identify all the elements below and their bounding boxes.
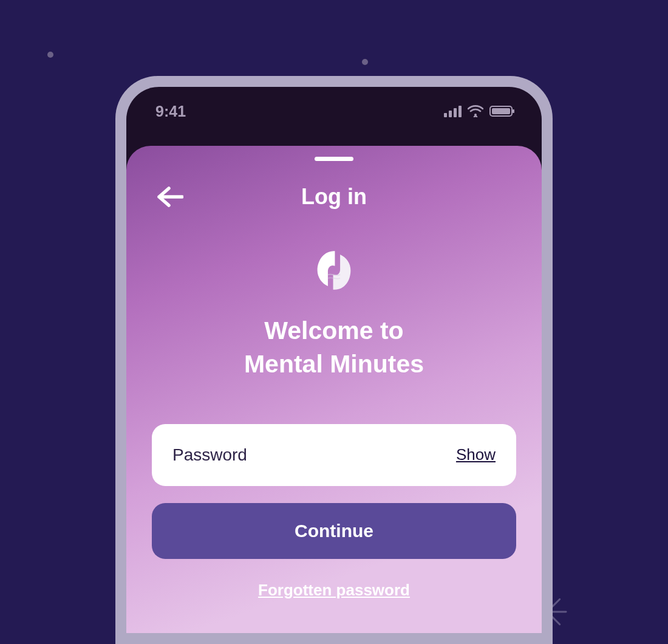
svg-line-6 (551, 599, 559, 607)
wifi-icon (468, 105, 483, 117)
background-dot (362, 59, 368, 65)
page-title: Log in (301, 184, 367, 210)
forgotten-password-link[interactable]: Forgotten password (152, 581, 516, 600)
phone-screen: 9:41 Log in (126, 87, 542, 633)
app-logo-icon (312, 248, 356, 292)
show-password-button[interactable]: Show (456, 445, 496, 464)
status-time: 9:41 (155, 103, 186, 120)
welcome-heading: Welcome to Mental Minutes (244, 314, 424, 382)
arrow-left-icon (157, 186, 183, 208)
login-sheet: Log in Welcome to Mental Minutes Show Co… (126, 146, 542, 633)
welcome-line-2: Mental Minutes (244, 350, 424, 378)
password-field-container: Show (152, 424, 516, 486)
sheet-grabber[interactable] (315, 157, 353, 161)
status-indicators (444, 105, 513, 117)
svg-line-5 (551, 616, 559, 624)
background-dot (47, 52, 53, 58)
sheet-header: Log in (126, 184, 542, 210)
continue-button[interactable]: Continue (152, 503, 516, 559)
battery-icon (489, 106, 513, 117)
login-form: Show Continue Forgotten password (126, 424, 542, 600)
welcome-line-1: Welcome to (264, 317, 403, 344)
status-bar: 9:41 (126, 87, 542, 135)
password-input[interactable] (172, 445, 448, 465)
phone-frame: 9:41 Log in (115, 76, 553, 644)
cellular-icon (444, 106, 462, 117)
svg-point-8 (474, 114, 477, 116)
back-button[interactable] (154, 181, 186, 213)
